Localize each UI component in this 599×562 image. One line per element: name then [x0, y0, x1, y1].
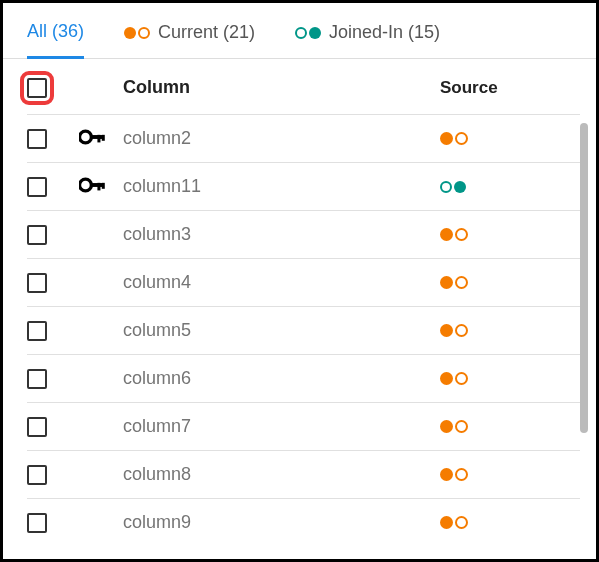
dot-orange-outline-icon [455, 372, 468, 385]
column-name: column11 [123, 176, 440, 197]
table-row: column3 [27, 210, 580, 258]
row-checkbox[interactable] [27, 321, 47, 341]
column-name: column8 [123, 464, 440, 485]
dot-orange-filled-icon [440, 132, 453, 145]
table-row: column2 [27, 114, 580, 162]
tab-joined[interactable]: Joined-In (15) [295, 21, 440, 58]
tab-all-label: All (36) [27, 21, 84, 42]
column-name: column9 [123, 512, 440, 533]
svg-rect-3 [102, 134, 105, 140]
header-column: Column [123, 77, 440, 98]
source-indicator [440, 468, 580, 481]
row-checkbox[interactable] [27, 513, 47, 533]
dot-orange-outline-icon [455, 132, 468, 145]
row-checkbox[interactable] [27, 273, 47, 293]
source-indicator [440, 324, 580, 337]
key-icon [79, 129, 105, 149]
tab-all[interactable]: All (36) [27, 21, 84, 59]
table-row: column7 [27, 402, 580, 450]
table-row: column8 [27, 450, 580, 498]
source-indicator [440, 516, 580, 529]
dot-orange-outline-icon [455, 276, 468, 289]
source-indicator [440, 228, 580, 241]
tab-current-label: Current (21) [158, 22, 255, 43]
dot-orange-filled-icon [440, 228, 453, 241]
source-indicator [440, 276, 580, 289]
dot-orange-outline-icon [455, 468, 468, 481]
table-row: column4 [27, 258, 580, 306]
dot-orange-outline-icon [455, 516, 468, 529]
table-row: column9 [27, 498, 580, 546]
dot-orange-filled-icon [440, 324, 453, 337]
dot-orange-outline-icon [455, 228, 468, 241]
row-checkbox[interactable] [27, 177, 47, 197]
scrollbar[interactable] [580, 123, 588, 433]
current-dots-icon [124, 27, 150, 39]
dot-orange-filled-icon [440, 372, 453, 385]
header-source: Source [440, 78, 580, 98]
tab-current[interactable]: Current (21) [124, 21, 255, 58]
row-checkbox[interactable] [27, 417, 47, 437]
svg-point-4 [80, 179, 92, 191]
dot-orange-filled-icon [440, 276, 453, 289]
svg-rect-6 [97, 182, 100, 190]
dot-orange-outline-icon [455, 420, 468, 433]
row-checkbox[interactable] [27, 369, 47, 389]
joined-dots-icon [295, 27, 321, 39]
svg-rect-1 [90, 135, 103, 139]
table-row: column5 [27, 306, 580, 354]
column-name: column2 [123, 128, 440, 149]
row-checkbox[interactable] [27, 129, 47, 149]
row-checkbox[interactable] [27, 465, 47, 485]
tabs-bar: All (36) Current (21) Joined-In (15) [3, 3, 596, 59]
column-name: column5 [123, 320, 440, 341]
table-header-row: Column Source [27, 59, 580, 114]
column-name: column6 [123, 368, 440, 389]
source-indicator [440, 132, 580, 145]
dot-orange-filled-icon [440, 420, 453, 433]
dot-orange-filled-icon [440, 516, 453, 529]
svg-rect-5 [90, 183, 103, 187]
source-indicator [440, 181, 580, 193]
dot-teal-outline-icon [440, 181, 452, 193]
table-row: column11 [27, 162, 580, 210]
key-icon [79, 177, 105, 197]
column-name: column4 [123, 272, 440, 293]
columns-table: Column Source column2column11column3colu… [3, 59, 596, 555]
table-row: column6 [27, 354, 580, 402]
tab-joined-label: Joined-In (15) [329, 22, 440, 43]
source-indicator [440, 420, 580, 433]
svg-rect-7 [102, 182, 105, 188]
dot-orange-outline-icon [455, 324, 468, 337]
dot-teal-filled-icon [454, 181, 466, 193]
svg-rect-2 [97, 134, 100, 142]
row-checkbox[interactable] [27, 225, 47, 245]
dot-orange-filled-icon [440, 468, 453, 481]
column-name: column3 [123, 224, 440, 245]
source-indicator [440, 372, 580, 385]
svg-point-0 [80, 131, 92, 143]
select-all-checkbox[interactable] [27, 78, 47, 98]
column-name: column7 [123, 416, 440, 437]
